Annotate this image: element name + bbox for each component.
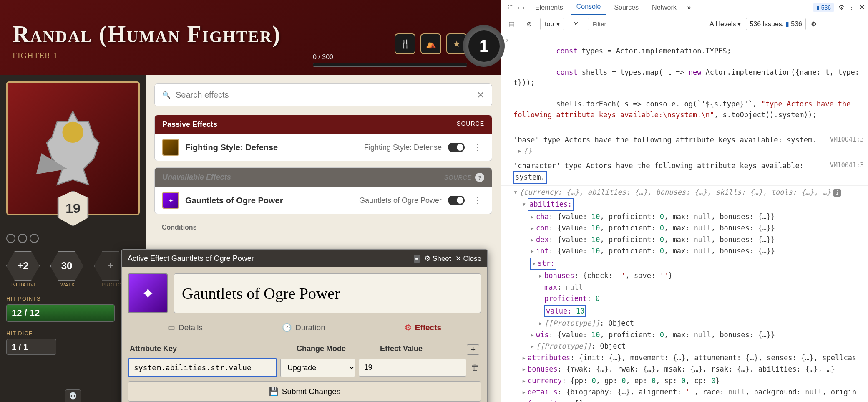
food-icon[interactable]: 🍴 [395, 33, 415, 54]
effect-value-input[interactable] [359, 359, 466, 377]
tab-duration[interactable]: 🕐Duration [274, 319, 334, 336]
console-output[interactable]: › const types = Actor.implementation.TYP… [501, 33, 868, 402]
delete-row-icon[interactable]: 🗑 [470, 363, 481, 372]
passive-effects-section: Passive Effects SOURCE Fighting Style: D… [154, 115, 492, 161]
inspect-icon[interactable]: ⬚ [508, 3, 514, 11]
highlighted-text: system. [513, 171, 547, 184]
gear-icon: ⚙ [405, 323, 412, 332]
clear-search-icon[interactable]: ✕ [477, 90, 484, 101]
sheet-header: Randal (Human Fighter) FIGHTER 1 🍴 ⛺ ★ 1… [0, 0, 501, 75]
settings-gear-icon[interactable]: ⚙ [838, 3, 844, 11]
book-icon: ▭ [168, 323, 175, 332]
death-saves[interactable] [6, 234, 140, 243]
walk-speed-stat[interactable]: 30 WALK [50, 251, 86, 287]
tab-elements[interactable]: Elements [529, 0, 569, 15]
expand-toggle[interactable]: ▸ [518, 146, 523, 157]
source-link[interactable]: VM10041:3 [830, 135, 864, 144]
active-effect-dialog: Active Effect Gauntlets of Ogre Power ≡ … [121, 249, 488, 402]
devtools-panel: ⬚ ▭ Elements Console Sources Network » ▮… [501, 0, 868, 402]
level-badge: 1 [463, 25, 505, 67]
sidebar-toggle-icon[interactable]: ▤ [505, 18, 518, 30]
effect-row-gauntlets[interactable]: ✦ Gauntlets of Ogre Power Gauntlets of O… [155, 187, 492, 214]
hit-dice-bar[interactable]: 1 / 1 [6, 339, 56, 355]
close-button[interactable]: ✕Close [455, 254, 481, 263]
devtools-tabs: ⬚ ▭ Elements Console Sources Network » ▮… [501, 0, 868, 15]
chevron-down-icon: ▾ [556, 20, 560, 28]
svg-point-0 [63, 122, 83, 143]
level-value: 1 [468, 30, 500, 62]
attribute-key-input[interactable] [128, 358, 277, 377]
console-toolbar: ▤ ⊘ top ▾ 👁 All levels ▾ 536 Issues: ▮53… [501, 15, 868, 33]
effect-name-input[interactable] [174, 273, 481, 313]
shield-icon [162, 139, 179, 156]
tab-console[interactable]: Console [571, 0, 607, 15]
xp-text: 0 / 300 [313, 53, 467, 61]
source-link[interactable]: VM10041:3 [830, 161, 864, 170]
tab-details[interactable]: ▭Details [159, 319, 211, 336]
column-attribute-key: Attribute Key [130, 344, 297, 355]
object-tree[interactable]: ▾{currency: {…}, abilities: {…}, bonuses… [501, 186, 868, 402]
add-row-button[interactable]: + [467, 344, 479, 355]
change-mode-select[interactable]: Upgrade [280, 359, 355, 377]
tent-icon[interactable]: ⛺ [420, 33, 441, 54]
search-input[interactable] [176, 90, 477, 100]
hd-label: HIT DICE [6, 330, 140, 336]
conditions-header: Conditions [154, 220, 492, 235]
close-icon: ✕ [455, 254, 461, 263]
character-portrait[interactable]: 19 [6, 81, 140, 215]
issues-button[interactable]: 536 Issues: ▮536 [746, 18, 806, 30]
hp-bar[interactable]: 12 / 12 [6, 304, 115, 322]
execution-context-select[interactable]: top ▾ [540, 18, 564, 30]
search-icon: 🔍 [162, 91, 171, 99]
info-icon[interactable]: i [833, 189, 841, 197]
tab-effects[interactable]: ⚙Effects [396, 319, 450, 336]
tab-sources[interactable]: Sources [608, 0, 644, 15]
chevron-down-icon: ▾ [737, 20, 741, 28]
gear-icon: ⚙ [424, 254, 430, 263]
effect-toggle[interactable] [448, 143, 465, 152]
effect-toggle[interactable] [448, 196, 465, 205]
document-icon: ≡ [414, 255, 420, 263]
effect-portrait[interactable]: ✦ [128, 273, 168, 313]
save-icon: 💾 [269, 387, 279, 396]
initiative-stat[interactable]: +2 INITIATIVE [6, 251, 42, 287]
search-bar: 🔍 ✕ [154, 83, 492, 106]
more-tabs-icon[interactable]: » [684, 0, 694, 15]
messages-badge[interactable]: ▮536 [813, 3, 834, 12]
attribute-row: Upgrade 🗑 [128, 358, 481, 377]
kebab-menu-icon[interactable]: ⋮ [848, 3, 855, 11]
column-effect-value: Effect Value [380, 344, 467, 355]
unavailable-effects-section: Unavailable Effects SOURCE ? ✦ Gauntlets… [154, 167, 492, 214]
kebab-menu-icon[interactable]: ⋮ [471, 142, 484, 152]
device-icon[interactable]: ▭ [518, 3, 524, 11]
hp-label: HIT POINTS [6, 296, 140, 302]
column-change-mode: Change Mode [297, 344, 380, 355]
character-sheet-window: ✎ ⧉ ⚙ ◉ ✕ Randal (Human Fighter) FIGHTER… [0, 0, 501, 402]
log-message: 'character' type Actors have the followi… [513, 162, 804, 170]
log-message: 'base' type Actors have the following at… [513, 136, 817, 144]
source-column-header: SOURCE [444, 174, 472, 181]
help-icon[interactable]: ? [475, 173, 484, 182]
section-title: Passive Effects [162, 120, 217, 129]
kebab-menu-icon[interactable]: ⋮ [471, 195, 484, 205]
sheet-button[interactable]: ⚙Sheet [424, 254, 451, 263]
source-column-header: SOURCE [457, 120, 484, 129]
clock-icon: 🕐 [282, 323, 292, 332]
live-expression-icon[interactable]: 👁 [569, 19, 583, 30]
effect-row-fighting-style[interactable]: Fighting Style: Defense Fighting Style: … [155, 134, 492, 161]
skull-icon[interactable]: 💀 [65, 389, 81, 402]
close-devtools-icon[interactable]: ✕ [859, 3, 865, 11]
submit-button[interactable]: 💾Submit Changes [128, 381, 481, 402]
console-filter-input[interactable] [588, 18, 704, 30]
section-title: Unavailable Effects [162, 173, 231, 182]
clear-console-icon[interactable]: ⊘ [523, 18, 535, 30]
console-settings-icon[interactable]: ⚙ [811, 20, 817, 28]
xp-bar: 0 / 300 [313, 53, 467, 67]
chevron-right-icon[interactable]: › [505, 35, 509, 46]
log-levels-select[interactable]: All levels ▾ [709, 20, 741, 28]
dialog-title: Active Effect Gauntlets of Ogre Power [128, 254, 410, 263]
tab-network[interactable]: Network [646, 0, 682, 15]
armor-class-badge: 19 [58, 191, 89, 226]
magic-icon: ✦ [162, 192, 179, 209]
